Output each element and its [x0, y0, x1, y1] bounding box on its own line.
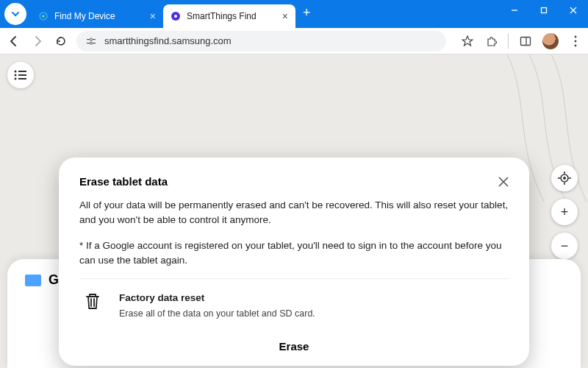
extensions-icon[interactable]: [484, 35, 498, 48]
url-text: smartthingsfind.samsung.com: [104, 35, 232, 46]
svg-rect-5: [542, 8, 547, 13]
page-content: + − G Erase data Extend battery life Era…: [0, 54, 588, 368]
reset-description: Erase all of the data on your tablet and…: [119, 307, 315, 321]
browser-toolbar: smartthingsfind.samsung.com: [0, 28, 588, 54]
browser-tab-1[interactable]: SmartThings Find ×: [163, 4, 295, 28]
reset-title: Factory data reset: [119, 291, 315, 305]
dialog-paragraph-1: All of your data will be permanently era…: [79, 198, 509, 228]
svg-point-1: [43, 15, 45, 18]
close-dialog-button[interactable]: [498, 177, 509, 187]
svg-point-3: [174, 15, 177, 18]
dialog-title: Erase tablet data: [79, 175, 168, 188]
svg-point-16: [575, 44, 577, 46]
back-button[interactable]: [6, 33, 22, 49]
close-window-button[interactable]: [559, 0, 588, 21]
reload-button[interactable]: [53, 33, 69, 49]
toolbar-divider: [508, 34, 509, 49]
window-controls: [500, 0, 588, 21]
find-my-device-icon: [38, 11, 49, 21]
browser-menu-button[interactable]: [4, 3, 26, 25]
svg-point-11: [90, 42, 92, 44]
bookmark-star-icon[interactable]: [461, 35, 474, 48]
factory-reset-row: Factory data reset Erase all of the data…: [79, 278, 509, 321]
close-icon[interactable]: ×: [150, 10, 156, 22]
new-tab-button[interactable]: +: [295, 5, 318, 21]
close-icon[interactable]: ×: [282, 10, 288, 22]
minimize-button[interactable]: [500, 0, 529, 21]
maximize-button[interactable]: [529, 0, 559, 21]
overflow-menu-icon[interactable]: [569, 35, 582, 48]
site-settings-icon[interactable]: [85, 35, 97, 47]
browser-tab-0[interactable]: Find My Device ×: [31, 4, 163, 28]
smartthings-icon: [171, 11, 181, 21]
tab-title: SmartThings Find: [187, 11, 257, 21]
close-icon: [498, 177, 509, 187]
address-bar[interactable]: smartthingsfind.samsung.com: [76, 31, 446, 52]
svg-point-10: [90, 38, 92, 40]
erase-confirm-button[interactable]: Erase: [79, 340, 509, 353]
erase-dialog: Erase tablet data All of your data will …: [59, 158, 529, 366]
profile-avatar[interactable]: [542, 33, 559, 49]
browser-titlebar: Find My Device × SmartThings Find × +: [0, 0, 588, 28]
svg-point-14: [575, 35, 577, 38]
svg-point-15: [575, 40, 577, 42]
trash-icon: [79, 291, 106, 321]
dialog-paragraph-2: * If a Google account is registered on y…: [79, 238, 509, 269]
forward-button[interactable]: [29, 33, 46, 49]
tab-title: Find My Device: [54, 11, 115, 21]
svg-rect-12: [521, 37, 531, 45]
side-panel-icon[interactable]: [519, 35, 532, 48]
